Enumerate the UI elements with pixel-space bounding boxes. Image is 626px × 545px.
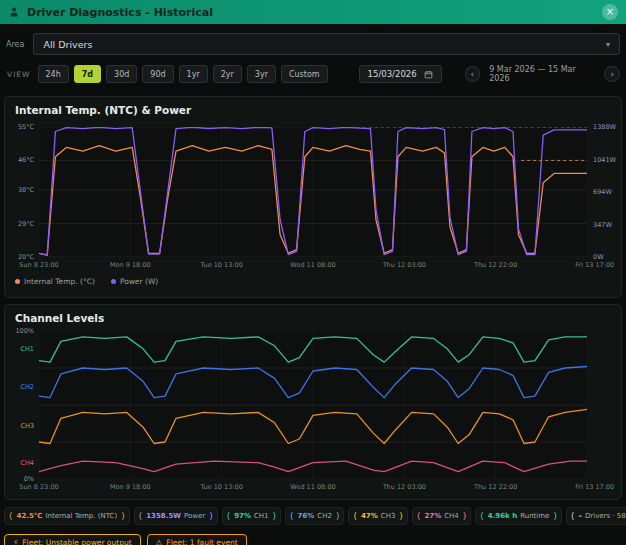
area-select-value: All Drivers <box>43 39 92 50</box>
stat-value: 97% <box>234 512 251 520</box>
chevron-down-icon: ▾ <box>606 40 610 49</box>
stat-chip: –Drivers · 58 pts <box>566 507 626 525</box>
y-tick: CH2 <box>20 383 34 391</box>
stat-chip: 1358.5WPower <box>134 507 218 525</box>
temp-power-time-axis: Sun 8 23:00Mon 9 18:00Tue 10 13:00Wed 11… <box>39 261 587 271</box>
stat-value: 27% <box>424 512 441 520</box>
stat-value: 1358.5W <box>146 512 181 520</box>
x-tick: Thu 12 22:00 <box>474 261 517 269</box>
x-tick: Sun 8 23:00 <box>19 483 58 491</box>
stat-label: CH3 <box>381 512 396 520</box>
legend-label: Internal Temp. (°C) <box>24 277 95 286</box>
next-range-button[interactable]: › <box>604 66 620 82</box>
y-tick: 694W <box>593 188 612 196</box>
channel-axis: 100%CH1CH2CH3CH40% <box>7 331 36 479</box>
y-tick: CH3 <box>20 422 34 430</box>
channel-levels-chart <box>39 331 587 479</box>
legend-dot <box>111 279 116 284</box>
range-button-2yr[interactable]: 2yr <box>213 65 242 83</box>
area-row: Area All Drivers ▾ <box>6 33 620 55</box>
channel-levels-time-axis: Sun 8 23:00Mon 9 18:00Tue 10 13:00Wed 11… <box>39 483 587 493</box>
titlebar: Driver Diagnostics - Historical × <box>0 0 626 24</box>
driver-icon <box>8 6 20 18</box>
x-tick: Tue 10 13:00 <box>201 261 243 269</box>
stat-label: Internal Temp. (NTC) <box>45 512 117 520</box>
stat-value: 42.5°C <box>17 512 43 520</box>
y-tick: 29°C <box>18 220 34 228</box>
x-tick: Sun 8 23:00 <box>19 261 58 269</box>
range-buttons: 24h7d30d90d1yr2yr3yrCustom <box>38 65 328 83</box>
legend-item: Power (W) <box>111 277 158 286</box>
y-tick: 20°C <box>18 253 34 261</box>
alert-chip: ⚠Fleet: 1 fault event <box>147 534 247 545</box>
calendar-icon <box>424 70 433 79</box>
stat-label: Power <box>184 512 205 520</box>
temp-power-legend: Internal Temp. (°C)Power (W) <box>15 277 158 286</box>
power-axis: 1388W1041W694W347W0W <box>591 127 621 257</box>
range-button-Custom[interactable]: Custom <box>281 65 328 83</box>
y-tick: 55°C <box>18 123 34 131</box>
x-tick: Wed 11 08:00 <box>290 483 335 491</box>
date-input[interactable]: 15/03/2026 <box>359 65 442 83</box>
legend-dot <box>15 279 20 284</box>
date-range-text: 9 Mar 2026 — 15 Mar 2026 <box>485 65 599 83</box>
stat-chip: 42.5°CInternal Temp. (NTC) <box>4 507 130 525</box>
stat-label: CH4 <box>444 512 459 520</box>
window-title: Driver Diagnostics - Historical <box>27 6 213 19</box>
close-icon[interactable]: × <box>602 4 618 20</box>
prev-range-button[interactable]: ‹ <box>465 66 481 82</box>
stat-label: Drivers · 58 pts <box>585 512 626 520</box>
stat-value: 47% <box>361 512 378 520</box>
stat-chip: 4.96k hRuntime <box>475 507 562 525</box>
x-tick: Wed 11 08:00 <box>290 261 335 269</box>
toolbar: VIEW 24h7d30d90d1yr2yr3yrCustom 15/03/20… <box>7 65 620 83</box>
stat-label: CH2 <box>317 512 332 520</box>
x-tick: Mon 9 18:00 <box>110 483 151 491</box>
range-button-1yr[interactable]: 1yr <box>179 65 208 83</box>
stat-chip: 47%CH3 <box>348 507 407 525</box>
x-tick: Fri 13 17:00 <box>575 483 614 491</box>
x-tick: Fri 13 17:00 <box>575 261 614 269</box>
alert-text: Fleet: Unstable power output <box>22 538 131 545</box>
range-button-7d[interactable]: 7d <box>74 65 101 83</box>
x-tick: Thu 12 22:00 <box>474 483 517 491</box>
x-tick: Tue 10 13:00 <box>201 483 243 491</box>
stat-label: CH1 <box>254 512 269 520</box>
stat-value: – <box>578 512 582 520</box>
stat-value: 4.96k h <box>488 512 517 520</box>
x-tick: Thu 12 03:00 <box>383 261 426 269</box>
internal-temp-power-chart <box>39 127 587 257</box>
temp-power-chart-title: Internal Temp. (NTC) & Power <box>15 104 191 116</box>
view-label: VIEW <box>7 70 31 79</box>
x-tick: Mon 9 18:00 <box>110 261 151 269</box>
y-tick: 347W <box>593 221 612 229</box>
y-tick: 0W <box>593 253 604 261</box>
channel-levels-plot <box>39 331 587 479</box>
alert-text: Fleet: 1 fault event <box>166 538 237 545</box>
y-tick: CH4 <box>20 459 34 467</box>
area-label: Area <box>6 40 24 49</box>
legend-item: Internal Temp. (°C) <box>15 277 95 286</box>
x-tick: Thu 12 03:00 <box>383 483 426 491</box>
range-button-30d[interactable]: 30d <box>106 65 137 83</box>
area-select[interactable]: All Drivers ▾ <box>33 33 620 55</box>
range-button-3yr[interactable]: 3yr <box>247 65 276 83</box>
y-tick: 1041W <box>593 156 616 164</box>
y-tick: 1388W <box>593 123 616 131</box>
stat-chip: 76%CH2 <box>285 507 344 525</box>
stat-chip: 97%CH1 <box>222 507 281 525</box>
y-tick: 0% <box>24 475 34 483</box>
date-value: 15/03/2026 <box>368 69 417 79</box>
alerts-bar: ⚡Fleet: Unstable power output⚠Fleet: 1 f… <box>4 534 247 545</box>
lightning-icon: ⚡ <box>13 538 18 545</box>
warning-icon: ⚠ <box>156 538 163 545</box>
range-button-90d[interactable]: 90d <box>142 65 173 83</box>
driver-diagnostics-window: Driver Diagnostics - Historical × Area A… <box>0 0 626 545</box>
channel-levels-panel: Channel Levels 100%CH1CH2CH3CH40% Sun 8 … <box>4 304 622 500</box>
stat-value: 76% <box>298 512 315 520</box>
y-tick: 46°C <box>18 156 34 164</box>
temp-power-panel: Internal Temp. (NTC) & Power 55°C46°C38°… <box>4 96 622 298</box>
legend-label: Power (W) <box>120 277 158 286</box>
stat-chip: 27%CH4 <box>412 507 471 525</box>
range-button-24h[interactable]: 24h <box>38 65 69 83</box>
